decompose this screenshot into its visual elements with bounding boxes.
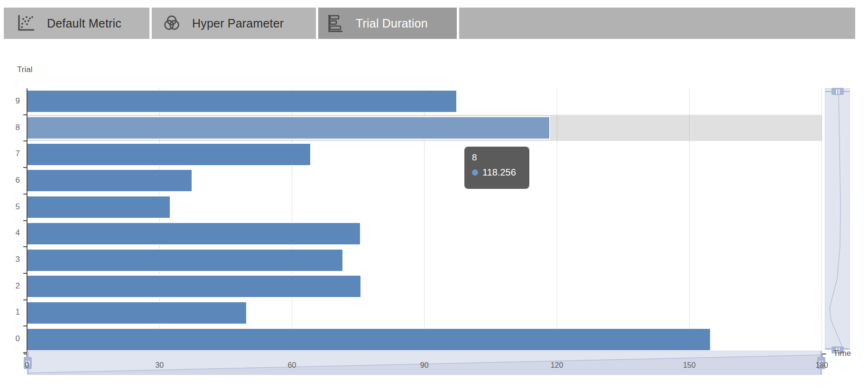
y-axis-tick: [23, 246, 27, 247]
datazoom-data-shadow: [825, 89, 850, 349]
bar-trial-0[interactable]: [28, 329, 710, 350]
tab-trial-duration[interactable]: Trial Duration: [318, 8, 459, 39]
y-tick-label: 4: [0, 228, 20, 238]
y-tick-label: 0: [0, 334, 20, 344]
y-tick-label: 2: [0, 281, 20, 291]
tab-bar-filler: [459, 8, 855, 39]
tab-label: Trial Duration: [356, 17, 428, 30]
y-tick-label: 7: [0, 149, 20, 158]
tooltip-value: 118.256: [482, 167, 516, 178]
horizontal-bars-icon: [326, 14, 344, 33]
y-axis-line: [27, 88, 28, 354]
bar-trial-9[interactable]: [28, 91, 456, 112]
tab-label: Default Metric: [47, 17, 121, 30]
y-axis-tick: [23, 194, 27, 195]
x-tick-label: 120: [551, 361, 563, 370]
bar-trial-7[interactable]: [28, 144, 310, 165]
tab-label: Hyper Parameter: [192, 17, 284, 30]
bar-trial-2[interactable]: [28, 276, 360, 297]
bar-trial-4[interactable]: [28, 223, 360, 244]
y-axis-tick: [23, 273, 27, 274]
x-tick-label: 150: [683, 361, 696, 370]
y-axis-title: Trial: [17, 65, 32, 74]
x-tick-label: 90: [420, 361, 429, 370]
x-tick-label: 0: [25, 361, 29, 370]
y-tick-label: 8: [0, 123, 20, 132]
y-axis-tick: [23, 167, 27, 168]
venn-circles-icon: [163, 15, 181, 32]
y-tick-label: 9: [0, 96, 20, 106]
bar-trial-6[interactable]: [28, 170, 192, 191]
tooltip: 8 118.256: [464, 147, 529, 189]
y-axis-tick: [23, 352, 27, 353]
vertical-datazoom-slider[interactable]: [825, 88, 850, 350]
bar-trial-5[interactable]: [28, 196, 170, 218]
x-tick-label: 60: [288, 361, 296, 370]
y-axis-tick: [23, 140, 27, 141]
bar-trial-1[interactable]: [28, 302, 246, 324]
y-axis-tick: [23, 326, 27, 326]
x-axis-title: Time: [833, 349, 851, 358]
x-tick-label: 30: [155, 361, 164, 370]
scatter-plot-icon: [17, 14, 36, 32]
trial-duration-page: Default Metric Hyper Parameter: [0, 0, 868, 391]
tab-bar: Default Metric Hyper Parameter: [4, 8, 855, 39]
tab-default-metric[interactable]: Default Metric: [4, 8, 152, 39]
y-axis-tick: [23, 114, 27, 115]
datazoom-top-handle[interactable]: [831, 88, 844, 95]
y-axis-tick: [23, 220, 27, 221]
y-axis-tick: [23, 299, 27, 300]
y-tick-label: 3: [0, 255, 20, 264]
bar-trial-8[interactable]: [28, 117, 549, 139]
series-marker-dot: [472, 169, 478, 176]
y-tick-label: 1: [0, 307, 20, 317]
y-tick-label: 6: [0, 176, 20, 185]
tab-hyper-parameter[interactable]: Hyper Parameter: [152, 8, 318, 39]
x-tick-label: 180: [815, 361, 828, 370]
tooltip-trial-number: 8: [472, 152, 522, 163]
bar-trial-3[interactable]: [28, 250, 342, 271]
tooltip-value-row: 118.256: [472, 167, 522, 178]
y-tick-label: 5: [0, 202, 20, 212]
